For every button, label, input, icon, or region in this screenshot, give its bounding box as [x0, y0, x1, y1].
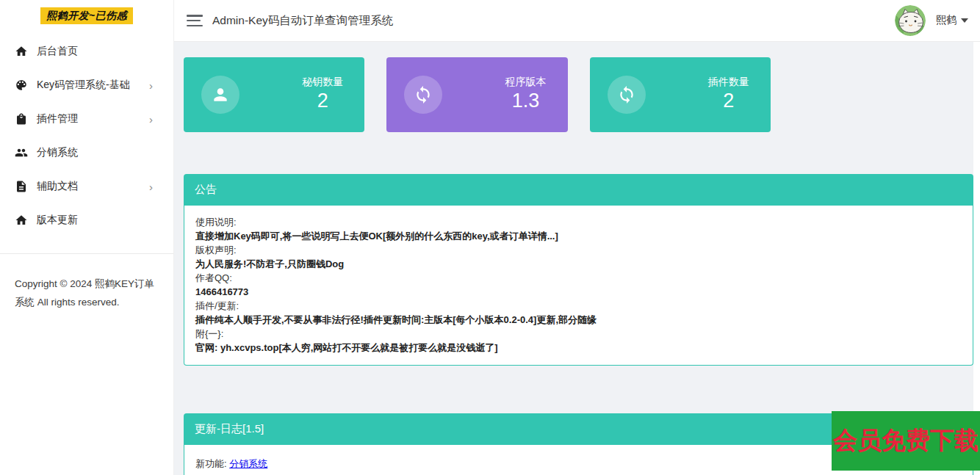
stat-card-plugins: 插件数量 2: [590, 57, 771, 132]
palette-icon: [15, 79, 28, 92]
sync-icon: [608, 76, 646, 114]
stat-value: 2: [317, 89, 328, 114]
stat-value: 2: [723, 89, 734, 114]
group-icon: [15, 146, 28, 159]
sidebar-menu: 后台首页 Key码管理系统-基础 › 插件管理 › 分销系统: [0, 35, 173, 237]
sidebar-item-home[interactable]: 后台首页: [0, 35, 173, 68]
stat-value: 1.3: [512, 89, 540, 114]
announcement-line: 附{一}:: [195, 327, 962, 341]
scrollbar-track[interactable]: [973, 42, 980, 475]
sidebar-item-distribution[interactable]: 分销系统: [0, 136, 173, 170]
username: 熙鹤: [936, 14, 956, 27]
stat-card-keys: 秘钥数量 2: [184, 57, 364, 132]
cat-avatar-icon: [895, 5, 926, 36]
chevron-right-icon: ›: [149, 80, 153, 91]
announcement-line: 使用说明:: [195, 215, 962, 229]
chevron-right-icon: ›: [149, 181, 153, 192]
announcement-line: 官网: yh.xcvps.top[本人穷,网站打不开要么就是被打要么就是没钱逝了…: [195, 341, 962, 355]
stat-card-version: 程序版本 1.3: [386, 57, 567, 132]
announcement-body: 使用说明: 直接增加Key码即可,将一些说明写上去便OK[额外别的什么东西的ke…: [184, 206, 973, 366]
sidebar-item-label: 版本更新: [37, 214, 78, 227]
sidebar-item-label: 后台首页: [37, 45, 78, 58]
user-avatar[interactable]: [895, 5, 926, 36]
sidebar-item-keycode[interactable]: Key码管理系统-基础 ›: [0, 68, 173, 102]
announcement-line: 版权声明:: [195, 243, 962, 257]
document-icon: [15, 180, 28, 193]
page-title: Admin-Key码自动订单查询管理系统: [212, 13, 393, 29]
person-icon: [201, 76, 239, 114]
app-logo: 熙鹤开发~已伤感: [40, 7, 133, 24]
announcement-header: 公告: [184, 174, 973, 206]
distribution-system-link[interactable]: 分销系统: [229, 458, 267, 469]
vip-download-button[interactable]: 会员免费下载: [832, 411, 980, 471]
stat-label: 程序版本: [505, 76, 547, 89]
copyright-text: Copyright © 2024 熙鹤KEY订单系统 All rights re…: [0, 254, 173, 311]
top-header: Admin-Key码自动订单查询管理系统 熙鹤: [174, 0, 980, 42]
stat-label: 秘钥数量: [302, 76, 343, 89]
chevron-right-icon: ›: [149, 114, 153, 125]
sidebar-item-plugins[interactable]: 插件管理 ›: [0, 102, 173, 136]
announcement-line: 作者QQ:: [195, 271, 962, 285]
announcement-line: 直接增加Key码即可,将一些说明写上去便OK[额外别的什么东西的key,或者订单…: [195, 229, 962, 243]
sidebar-item-label: 辅助文档: [37, 180, 78, 193]
dropdown-caret-icon: [961, 18, 968, 23]
new-feature-label: 新功能:: [195, 458, 227, 469]
home-icon: [15, 214, 28, 227]
sidebar: 熙鹤开发~已伤感 后台首页 Key码管理系统-基础 › 插件管理: [0, 0, 174, 475]
announcement-line: 插件纯本人顺手开发,不要从事非法行径!插件更新时间:主版本[每个小版本0.2-0…: [195, 313, 962, 327]
announcement-panel: 公告 使用说明: 直接增加Key码即可,将一些说明写上去便OK[额外别的什么东西…: [184, 174, 973, 366]
admin-dashboard: 熙鹤开发~已伤感 后台首页 Key码管理系统-基础 › 插件管理: [0, 0, 980, 475]
stat-label: 插件数量: [708, 76, 749, 89]
user-menu[interactable]: 熙鹤: [936, 14, 968, 27]
sidebar-item-updates[interactable]: 版本更新: [0, 203, 173, 237]
header-right: 熙鹤: [895, 5, 968, 36]
announcement-line: 插件/更新:: [195, 299, 962, 313]
announcement-line: 为人民服务!不防君子,只防圈钱Dog: [195, 257, 962, 271]
home-icon: [15, 45, 28, 58]
sidebar-item-label: Key码管理系统-基础: [37, 79, 130, 92]
sync-icon: [404, 76, 442, 114]
stat-cards-row: 秘钥数量 2 程序版本 1.3 插件数量 2: [184, 57, 973, 132]
bag-icon: [15, 112, 28, 126]
sidebar-toggle-button[interactable]: [187, 15, 203, 26]
sidebar-item-label: 分销系统: [37, 146, 78, 159]
announcement-line: 1466416773: [195, 285, 962, 299]
main-content: 秘钥数量 2 程序版本 1.3 插件数量 2: [174, 42, 980, 475]
sidebar-item-docs[interactable]: 辅助文档 ›: [0, 170, 173, 203]
vip-download-label: 会员免费下载: [833, 424, 979, 457]
sidebar-item-label: 插件管理: [37, 112, 78, 126]
